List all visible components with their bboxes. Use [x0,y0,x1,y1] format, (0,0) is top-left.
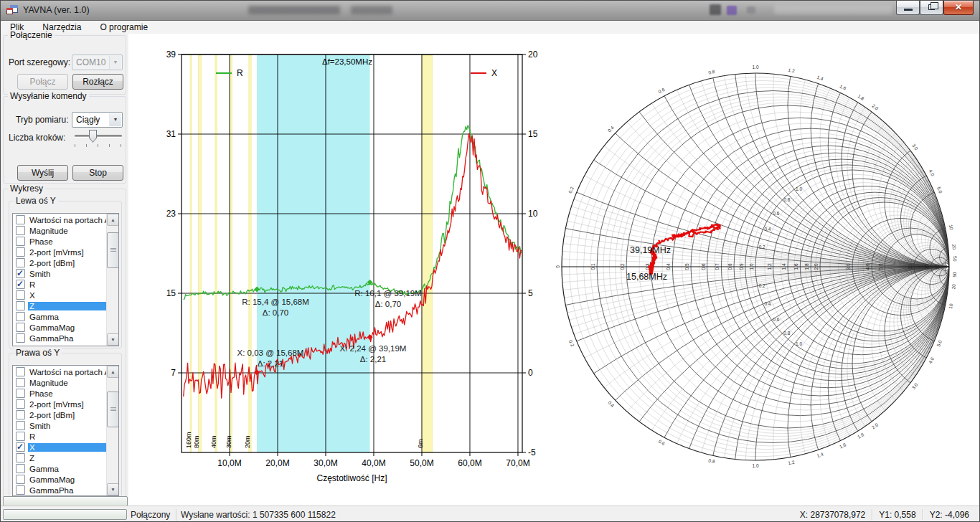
svg-text:40,0M: 40,0M [362,458,385,468]
checkbox[interactable] [16,269,25,278]
list-item[interactable]: GammaMag [14,322,106,333]
connect-button[interactable]: Połącz [17,74,68,90]
list-item[interactable]: 2-port [dBm] [14,257,106,268]
minimize-button[interactable] [896,1,920,15]
list-item[interactable]: GammaPha [14,485,106,495]
checkbox[interactable] [16,312,25,321]
close-button[interactable]: ✕ [943,1,974,15]
right-axis-listbox[interactable]: Wartości na portach ADC Magnitude Phase [12,365,119,496]
list-item-label: Phase [28,237,106,246]
svg-text:5.0: 5.0 [936,339,943,347]
send-button[interactable]: Wyślij [17,165,68,181]
list-item[interactable]: Gamma [14,463,106,474]
svg-text:3.0: 3.0 [910,381,918,390]
list-item[interactable]: 2-port [mVrms] [14,247,106,257]
checkbox[interactable] [16,442,25,452]
left-axis-listbox[interactable]: Wartości na portach ADC Magnitude Phase [12,213,119,346]
checkbox[interactable] [16,485,25,495]
list-item[interactable]: R [14,279,106,290]
checkbox[interactable] [16,475,25,484]
list-item[interactable]: Smith [14,268,106,279]
scroll-up-icon[interactable]: ▲ [107,366,119,378]
stop-button[interactable]: Stop [72,165,123,181]
measure-mode-combobox[interactable]: Ciągły ▼ [72,112,123,128]
checkbox[interactable] [16,215,25,224]
disconnect-button[interactable]: Rozłącz [72,74,123,90]
list-item[interactable]: 2-port [mVrms] [14,399,106,409]
list-item[interactable]: Gamma [14,311,106,322]
svg-text:1.6: 1.6 [793,263,798,270]
checkbox[interactable] [16,290,25,300]
measure-mode-value: Ciągły [76,115,100,125]
list-item[interactable]: Z [14,300,106,311]
serial-port-combobox[interactable]: COM10 ▼ [72,54,123,70]
left-axis-group: Lewa oś Y Wartości na portach ADC Magnit… [9,201,122,348]
svg-text:3.0: 3.0 [911,143,919,151]
checkbox[interactable] [16,333,25,343]
scroll-up-icon[interactable]: ▲ [107,214,119,226]
list-item[interactable]: Phase [14,388,106,399]
svg-text:60,0M: 60,0M [458,458,481,468]
scrollbar[interactable]: ▲ ▼ [106,214,118,346]
serial-port-label: Port szeregowy: [9,57,70,67]
checkbox[interactable] [16,258,25,267]
svg-text:39: 39 [166,49,176,60]
checkbox[interactable] [16,247,25,257]
checkbox[interactable] [16,280,25,289]
checkbox[interactable] [16,410,25,419]
svg-text:0.6: 0.6 [773,317,779,322]
slider-track[interactable] [75,135,122,137]
checkbox[interactable] [16,226,25,235]
list-item[interactable]: R [14,431,106,442]
titlebar-ghost [747,6,755,14]
list-item[interactable]: Magnitude [14,225,106,236]
scrollbar-thumb[interactable] [107,232,119,268]
menu-bar: PlikNarzędziaO programie [1,21,979,34]
list-item[interactable]: Smith [14,420,106,431]
list-item[interactable]: Wartości na portach ADC [14,366,106,377]
svg-text:0.6: 0.6 [658,439,666,447]
checkbox[interactable] [16,237,25,246]
status-progressbar [3,509,127,520]
frequency-chart[interactable]: 39312315720151050-510,0M20,0M30,0M40,0M5… [128,34,546,506]
checkbox[interactable] [16,389,25,398]
sent-values: Wysłane wartości: 1 507335 600 115822 [181,510,336,520]
svg-text:20: 20 [951,283,956,289]
checkbox[interactable] [16,378,25,387]
smith-chart[interactable]: 00.10.20.30.40.50.60.70.80.91.01.21.41.6… [546,34,980,506]
list-item-label: Phase [28,389,106,398]
scroll-down-icon[interactable]: ▼ [107,333,119,346]
list-item[interactable]: Wartości na portach ADC [14,214,106,225]
checkbox[interactable] [16,301,25,310]
svg-text:1.0: 1.0 [752,65,758,70]
svg-text:0.2: 0.2 [759,283,765,288]
scrollbar-thumb[interactable] [107,392,119,427]
svg-text:10: 10 [908,264,913,270]
window-title: YAVNA (ver. 1.0) [23,5,90,15]
checkbox[interactable] [16,453,25,462]
checkbox[interactable] [16,464,25,473]
checkbox[interactable] [16,323,25,332]
list-item[interactable]: Phase [14,236,106,247]
right-axis-group-label: Prawa oś Y [14,348,62,358]
checkbox[interactable] [16,399,25,409]
steps-slider[interactable] [73,128,123,148]
list-item[interactable]: GammaMag [14,474,106,485]
checkbox[interactable] [16,421,25,430]
checkbox[interactable] [16,367,25,376]
svg-text:0.6: 0.6 [657,87,666,95]
restore-button[interactable] [920,1,943,15]
list-item[interactable]: Z [14,452,106,463]
list-item[interactable]: 2-port [dBm] [14,409,106,420]
scrollbar[interactable]: ▲ ▼ [106,366,118,495]
cursor-y2: Y2: -4,096 [923,510,976,520]
list-item[interactable]: GammaPha [14,333,106,343]
list-item[interactable]: Magnitude [14,377,106,388]
scroll-down-icon[interactable]: ▼ [107,483,119,495]
list-item[interactable]: X [14,290,106,300]
list-item[interactable]: X [14,442,106,452]
svg-text:20m: 20m [244,435,251,448]
checkbox[interactable] [16,432,25,441]
list-item-label: Z [28,454,106,462]
menu-item[interactable]: O programie [90,22,157,33]
